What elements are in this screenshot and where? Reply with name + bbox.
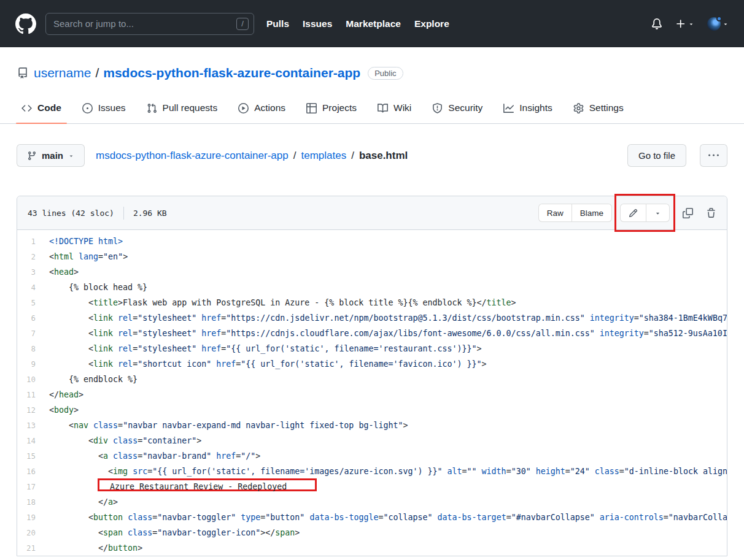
file-nav-row: main msdocs-python-flask-azure-container… [17,144,727,167]
code-line-7: 7 <link rel="stylesheet" href="https://c… [17,326,727,341]
copy-file-button[interactable] [683,208,693,218]
tab-settings[interactable]: Settings [563,93,634,123]
code-text: </head> [49,387,727,402]
branch-selector[interactable]: main [17,144,85,167]
line-number[interactable]: 2 [17,249,49,264]
code-line-10: 10 {% endblock %} [17,372,727,387]
breadcrumb-repo-link[interactable]: msdocs-python-flask-azure-container-app [96,150,289,162]
shield-icon [432,103,443,113]
line-number[interactable]: 18 [17,494,49,510]
caret-down-icon [68,153,74,159]
line-number[interactable]: 6 [17,310,49,326]
more-options-button[interactable] [700,144,727,167]
raw-button[interactable]: Raw [538,204,572,222]
pencil-icon [629,209,638,218]
repo-owner-link[interactable]: username [34,66,91,80]
code-line-21: 21 </button> [17,540,727,556]
user-menu[interactable] [707,17,729,31]
file-panel: 43 lines (42 sloc) 2.96 KB Raw Blame [17,196,727,556]
edit-dropdown-button[interactable] [646,204,670,222]
line-number[interactable]: 5 [17,295,49,310]
line-number[interactable]: 9 [17,356,49,372]
line-number[interactable]: 14 [17,433,49,448]
code-line-19: 19 <button class="navbar-toggler" type="… [17,510,727,525]
tab-pull-requests[interactable]: Pull requests [136,93,228,123]
header-nav-marketplace[interactable]: Marketplace [346,18,401,29]
github-logo-icon[interactable] [15,13,36,34]
code-line-8: 8 <link rel="stylesheet" href="{{ url_fo… [17,341,727,356]
line-number[interactable]: 19 [17,510,49,525]
line-number[interactable]: 17 [17,479,49,494]
code-text: <nav class="navbar navbar-expand-md navb… [49,418,727,433]
line-number[interactable]: 12 [17,402,49,418]
delete-file-button[interactable] [706,208,716,218]
create-new-button[interactable] [675,18,694,29]
line-number[interactable]: 21 [17,540,49,556]
status-dot [716,16,722,21]
visibility-badge: Public [368,67,403,80]
code-text: </button> [49,540,727,556]
tab-label: Wiki [393,102,411,113]
code-line-20: 20 <span class="navbar-toggler-icon"></s… [17,525,727,540]
project-icon [306,103,317,113]
repo-header: username / msdocs-python-flask-azure-con… [0,47,744,80]
line-number[interactable]: 1 [17,234,49,249]
code-line-2: 2<html lang="en"> [17,249,727,264]
repo-title-separator: / [95,66,99,80]
tab-actions[interactable]: Actions [228,93,296,123]
code-line-18: 18 </a> [17,494,727,510]
edit-file-button[interactable] [620,204,646,222]
tab-code[interactable]: Code [11,93,72,123]
tab-issues[interactable]: Issues [72,93,136,123]
code-line-6: 6 <link rel="stylesheet" href="https://c… [17,310,727,326]
go-to-file-button[interactable]: Go to file [627,144,686,167]
tab-label: Settings [589,102,624,113]
line-number[interactable]: 10 [17,372,49,387]
line-number[interactable]: 11 [17,387,49,402]
line-number[interactable]: 8 [17,341,49,356]
search-input[interactable] [45,13,254,35]
repo-name-link[interactable]: msdocs-python-flask-azure-container-app [103,66,360,80]
line-number[interactable]: 15 [17,448,49,464]
code-line-1: 1<!DOCTYPE html> [17,234,727,249]
code-text: <a class="navbar-brand" href="/"> [49,448,727,464]
bell-icon[interactable] [651,18,662,29]
tab-projects[interactable]: Projects [296,93,367,123]
code-line-16: 16 <img src="{{ url_for('static', filena… [17,464,727,479]
breadcrumb: msdocs-python-flask-azure-container-app … [96,150,408,162]
code-text: {% endblock %} [49,372,727,387]
line-number[interactable]: 13 [17,418,49,433]
line-number[interactable]: 7 [17,326,49,341]
header-nav-issues[interactable]: Issues [303,18,332,29]
header-nav-pulls[interactable]: Pulls [266,18,289,29]
file-actions: Raw Blame [538,204,716,222]
code-text: Azure Restaurant Review - Redeployed [49,479,727,494]
header-nav-explore[interactable]: Explore [414,18,449,29]
tab-security[interactable]: Security [422,93,493,123]
caret-down-icon [688,18,694,29]
code-line-17: 17 Azure Restaurant Review - Redeployed [17,479,727,494]
annotation-highlighted-code: Azure Restaurant Review - Redeployed [98,478,317,491]
line-number[interactable]: 4 [17,280,49,295]
breadcrumb-separator: / [293,150,296,162]
issue-opened-icon [82,103,93,113]
blame-button[interactable]: Blame [572,204,612,222]
caret-down-icon [654,210,661,217]
tab-insights[interactable]: Insights [493,93,562,123]
branch-name: main [42,150,63,161]
line-number[interactable]: 3 [17,264,49,280]
code-line-5: 5 <title>Flask web app with PostgreSQL i… [17,295,727,310]
tab-wiki[interactable]: Wiki [367,93,422,123]
git-branch-icon [27,151,37,161]
code-text: <link rel="stylesheet" href="https://cdn… [49,310,727,326]
line-number[interactable]: 16 [17,464,49,479]
code-text: <body> [49,402,727,418]
slash-shortcut-key: / [236,18,249,30]
tab-label: Actions [254,102,285,113]
play-icon [238,103,249,113]
breadcrumb-dir-link[interactable]: templates [301,150,346,162]
tab-label: Code [37,102,61,113]
code-viewer: 1<!DOCTYPE html>2<html lang="en">3<head>… [17,230,727,556]
breadcrumb-separator: / [351,150,354,162]
line-number[interactable]: 20 [17,525,49,540]
